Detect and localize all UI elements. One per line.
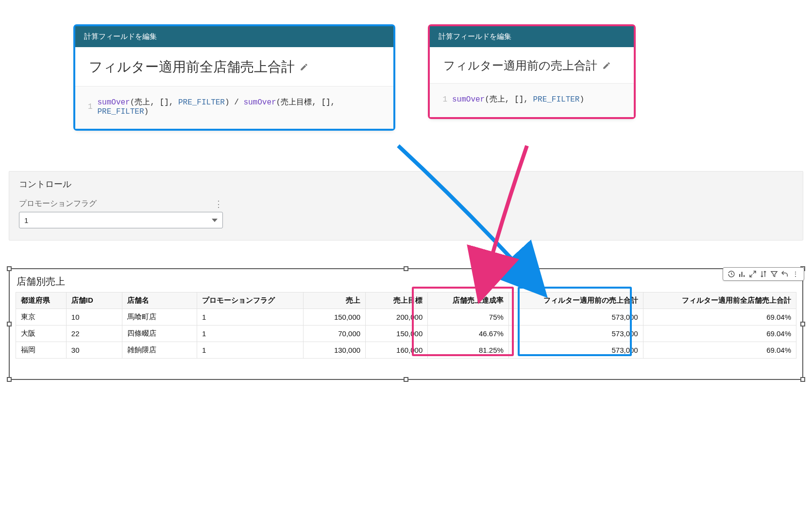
col-store-name[interactable]: 店舗名 <box>122 292 197 309</box>
cell-promo: 1 <box>197 326 303 342</box>
cell-store-name: 雑餉隈店 <box>122 342 197 359</box>
calc-field-title[interactable]: フィルター適用前の売上合計 <box>443 58 597 73</box>
col-target[interactable]: 売上目標 <box>366 292 428 309</box>
undo-icon[interactable] <box>780 270 789 278</box>
select-value: 1 <box>24 216 28 224</box>
filter-menu-icon[interactable]: ⋮ <box>214 200 223 208</box>
cell-pref: 大阪 <box>16 326 67 342</box>
cell-store-id: 10 <box>66 309 122 326</box>
col-pre-all[interactable]: フィルター適用前全店舗売上合計 <box>643 292 796 309</box>
resize-handle[interactable] <box>7 266 12 271</box>
resize-handle[interactable] <box>404 266 408 271</box>
col-pref[interactable]: 都道府県 <box>16 292 67 309</box>
resize-handle[interactable] <box>800 377 805 382</box>
cell-target: 160,000 <box>366 342 428 359</box>
col-store-id[interactable]: 店舗ID <box>66 292 122 309</box>
filter-icon[interactable] <box>770 270 778 278</box>
col-pre-sum[interactable]: フィルター適用前の売上合計 <box>508 292 643 309</box>
expand-icon[interactable] <box>748 270 757 278</box>
cell-pref: 東京 <box>16 309 67 326</box>
bar-chart-icon[interactable] <box>738 270 746 278</box>
line-number: 1 <box>86 103 93 111</box>
filter-label: プロモーションフラグ <box>19 199 97 209</box>
cell-store-name: 四條畷店 <box>122 326 197 342</box>
resize-handle[interactable] <box>404 377 408 382</box>
resize-handle[interactable] <box>800 322 805 326</box>
more-icon[interactable]: ⋮ <box>791 270 800 278</box>
cell-target: 200,000 <box>366 309 428 326</box>
cell-pre-sum: 573,000 <box>508 309 643 326</box>
visual-title: 店舗別売上 <box>10 269 802 292</box>
cell-pre-all: 69.04% <box>643 309 796 326</box>
cell-pref: 福岡 <box>16 342 67 359</box>
controls-panel: コントロール プロモーションフラグ ⋮ 1 <box>9 171 803 240</box>
cell-target: 150,000 <box>366 326 428 342</box>
visual-toolbar: ⋮ <box>723 267 804 281</box>
table-row[interactable]: 福岡30雑餉隈店1130,000160,00081.25%573,00069.0… <box>16 342 796 359</box>
cell-promo: 1 <box>197 309 303 326</box>
table-header-row: 都道府県 店舗ID 店舗名 プロモーションフラグ 売上 売上目標 店舗売上達成率… <box>16 292 796 309</box>
col-promo[interactable]: プロモーションフラグ <box>197 292 303 309</box>
col-sales[interactable]: 売上 <box>304 292 366 309</box>
cell-pre-all: 69.04% <box>643 342 796 359</box>
edit-icon[interactable] <box>602 61 611 70</box>
resize-handle[interactable] <box>7 322 12 326</box>
formula-editor[interactable]: 1 sumOver(売上, [], PRE_FILTER) / sumOver(… <box>75 86 393 129</box>
cell-achieve: 81.25% <box>428 342 509 359</box>
cell-store-id: 30 <box>66 342 122 359</box>
history-icon[interactable] <box>727 270 736 278</box>
calc-field-editor-left: 計算フィールドを編集 フィルター適用前全店舗売上合計 1 sumOver(売上,… <box>75 26 393 129</box>
cell-pre-all: 69.04% <box>643 326 796 342</box>
cell-promo: 1 <box>197 342 303 359</box>
formula-editor[interactable]: 1 sumOver(売上, [], PRE_FILTER) <box>430 84 634 117</box>
resize-handle[interactable] <box>7 377 12 382</box>
visual-panel[interactable]: ⋮ 店舗別売上 都道府県 店舗ID 店舗名 プロモーションフラグ 売上 売上目標… <box>9 268 803 380</box>
cell-sales: 150,000 <box>304 309 366 326</box>
cell-sales: 130,000 <box>304 342 366 359</box>
calc-field-editor-right: 計算フィールドを編集 フィルター適用前の売上合計 1 sumOver(売上, [… <box>430 26 634 117</box>
edit-icon[interactable] <box>300 63 308 71</box>
cell-store-id: 22 <box>66 326 122 342</box>
caret-down-icon <box>212 219 218 222</box>
data-table: 都道府県 店舗ID 店舗名 プロモーションフラグ 売上 売上目標 店舗売上達成率… <box>16 292 796 359</box>
sort-icon[interactable] <box>759 270 768 278</box>
cell-achieve: 75% <box>428 309 509 326</box>
table-row[interactable]: 東京10馬喰町店1150,000200,00075%573,00069.04% <box>16 309 796 326</box>
table-row[interactable]: 大阪22四條畷店170,000150,00046.67%573,00069.04… <box>16 326 796 342</box>
col-achieve[interactable]: 店舗売上達成率 <box>428 292 509 309</box>
calc-editor-header: 計算フィールドを編集 <box>430 26 634 47</box>
calc-editor-header: 計算フィールドを編集 <box>75 26 393 47</box>
line-number: 1 <box>440 95 447 104</box>
cell-sales: 70,000 <box>304 326 366 342</box>
calc-field-title[interactable]: フィルター適用前全店舗売上合計 <box>89 58 295 76</box>
cell-pre-sum: 573,000 <box>508 342 643 359</box>
controls-heading: コントロール <box>19 178 793 190</box>
cell-achieve: 46.67% <box>428 326 509 342</box>
cell-pre-sum: 573,000 <box>508 326 643 342</box>
cell-store-name: 馬喰町店 <box>122 309 197 326</box>
promotion-flag-select[interactable]: 1 <box>19 212 223 228</box>
